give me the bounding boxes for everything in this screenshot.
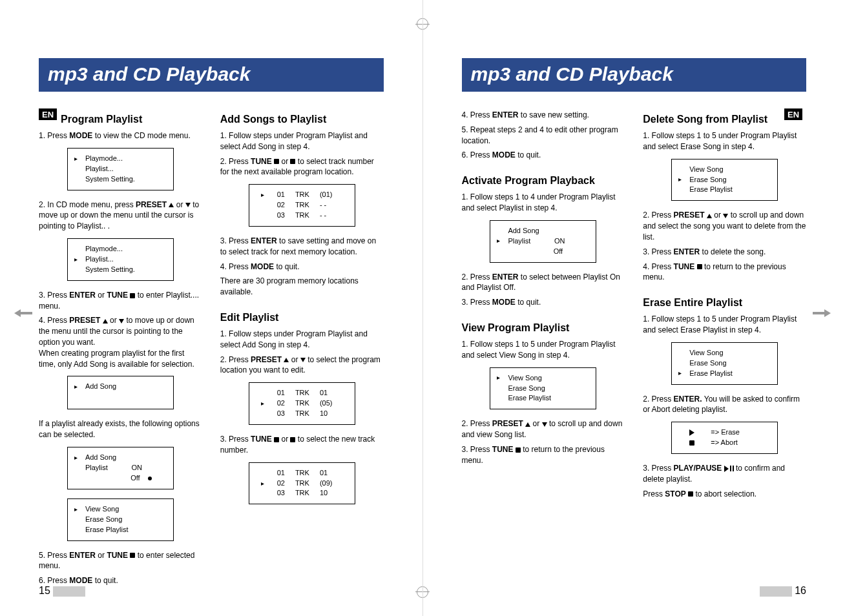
step-text: There are 30 program memory locations av… — [220, 276, 384, 298]
lcd-box: View Song Erase Song Erase Playlist — [67, 498, 174, 541]
step-text: 3. Press MODE to quit. — [462, 297, 625, 308]
down-icon — [119, 319, 124, 323]
page-title: mp3 and CD Playback — [39, 58, 384, 92]
lcd-box: Add Song Playlist ON Off — [490, 220, 596, 263]
step-text: 2. Press ENTER. You will be asked to con… — [643, 394, 806, 416]
lang-badge: EN — [784, 108, 802, 120]
lcd-box: Add Song — [67, 376, 174, 409]
cursor-icon — [74, 255, 80, 265]
step-text: 2. Press PRESET or to scroll up and down… — [643, 210, 806, 242]
step-text: 4. Press PRESET or to move up or down th… — [39, 315, 202, 369]
lcd-box: View Song Erase Song Erase Playlist — [490, 367, 596, 410]
lcd-box: Playmode... Playlist... System Setting. — [67, 238, 174, 281]
heading-edit-playlist: Edit Playlist — [220, 312, 384, 323]
up-icon — [103, 319, 108, 323]
step-text: 1. Follow steps 1 to 5 under Program Pla… — [462, 339, 625, 361]
column-delete-erase: Delete Song from Playlist EN 1. Follow s… — [643, 110, 806, 503]
column-program-playlist: EN Program Playlist 1. Press MODE to vie… — [39, 110, 202, 590]
step-text: 3. Press ENTER to save setting and move … — [220, 236, 384, 258]
gutter-box — [760, 586, 792, 597]
cursor-icon — [74, 453, 80, 463]
step-text: 3. Press TUNE to return to the previous … — [462, 444, 625, 466]
step-text: 3. Press ENTER to delete the song. — [643, 247, 806, 258]
lang-badge: EN — [39, 108, 57, 120]
up-icon — [525, 422, 530, 427]
down-icon — [185, 203, 191, 207]
step-text: 1. Follow steps 1 to 5 under Program Pla… — [643, 314, 806, 336]
column-activate-view: 4. Press ENTER to save new setting. 5. R… — [462, 110, 625, 503]
cursor-icon — [74, 382, 80, 392]
step-text: 1. Follow steps 1 to 5 under Program Pla… — [643, 130, 806, 152]
step-text: 4. Press TUNE to return to the previous … — [643, 262, 806, 283]
lcd-box: View Song Erase Song Erase Playlist — [671, 159, 778, 201]
page-16: mp3 and CD Playback 4. Press ENTER to sa… — [423, 0, 846, 616]
selected-dot-icon — [148, 477, 152, 480]
cursor-icon — [74, 154, 80, 164]
step-text: 3. Press ENTER or TUNE to enter Playlist… — [39, 290, 202, 312]
step-text: 1. Press MODE to view the CD mode menu. — [39, 130, 202, 141]
page-15: mp3 and CD Playback EN Program Playlist … — [0, 0, 423, 616]
play-icon — [689, 429, 694, 436]
cursor-icon — [678, 369, 684, 378]
step-text: 5. Repeat steps 2 and 4 to edit other pr… — [462, 125, 625, 147]
stop-icon — [274, 159, 279, 164]
cursor-icon — [261, 190, 267, 200]
lcd-box: 01TRK01 02TRK(05) 03TRK10 — [249, 382, 355, 425]
up-icon — [169, 203, 174, 207]
step-text: 2. Press PRESET or to select the program… — [220, 354, 384, 376]
step-text: 4. Press ENTER to save new setting. — [462, 110, 625, 121]
page-number: 16 — [795, 585, 806, 597]
step-text: 1. Follow steps under Program Playlist a… — [220, 130, 384, 152]
step-text: 4. Press MODE to quit. — [220, 262, 384, 272]
lcd-box: => Erase => Abort — [671, 422, 778, 454]
step-text: 6. Press MODE to quit. — [462, 150, 625, 161]
cursor-icon — [261, 399, 267, 409]
cursor-icon — [497, 373, 503, 383]
heading-activate-playback: Activate Program Playback — [462, 175, 625, 187]
lcd-box: View Song Erase Song Erase Playlist — [671, 342, 778, 385]
play-pause-icon — [724, 466, 734, 472]
heading-add-songs: Add Songs to Playlist — [220, 114, 384, 125]
down-icon — [300, 358, 306, 362]
lcd-box: 01TRK01 02TRK(09) 03TRK10 — [249, 462, 355, 505]
down-icon — [542, 422, 547, 427]
down-icon — [723, 214, 728, 218]
step-text: 3. Press TUNE or to select the new track… — [220, 434, 384, 456]
up-icon — [284, 358, 289, 362]
step-text: 1. Follow steps under Program Playlist a… — [220, 329, 384, 351]
stop-icon — [688, 491, 693, 497]
heading-program-playlist: Program Playlist — [61, 114, 142, 125]
heading-view-playlist: View Program Playlist — [462, 322, 625, 334]
cursor-icon — [678, 175, 684, 185]
step-text: 5. Press ENTER or TUNE to enter selected… — [39, 550, 202, 572]
step-text: If a playlist already exists, the follow… — [39, 418, 202, 440]
step-text: 2. Press PRESET or to scroll up and down… — [462, 418, 625, 440]
step-text: Press STOP to abort selection. — [643, 489, 806, 500]
cursor-icon — [74, 505, 80, 515]
cursor-icon — [261, 479, 267, 489]
heading-delete-song: Delete Song from Playlist — [643, 114, 767, 125]
stop-icon — [290, 159, 295, 164]
step-text: 1. Follow steps 1 to 4 under Program Pla… — [462, 192, 625, 214]
stop-icon — [274, 437, 279, 442]
heading-erase-playlist: Erase Entire Playlist — [643, 297, 806, 309]
step-text: 6. Press MODE to quit. — [39, 575, 202, 586]
stop-icon — [689, 440, 694, 446]
page-number: 15 — [39, 585, 50, 597]
lcd-box: Playmode... Playlist... System Setting. — [67, 148, 174, 190]
stop-icon — [516, 447, 521, 453]
step-text: 2. Press ENTER to select between Playlis… — [462, 272, 625, 294]
gutter-box — [53, 586, 85, 597]
step-text: 2. In CD mode menu, press PRESET or or t… — [39, 200, 202, 232]
lcd-box: 01TRK(01) 02TRK- - 03TRK- - — [249, 184, 355, 227]
page-title: mp3 and CD Playback — [462, 58, 807, 92]
stop-icon — [697, 264, 702, 269]
cursor-icon — [497, 236, 503, 246]
up-icon — [707, 214, 712, 218]
column-add-edit: Add Songs to Playlist 1. Follow steps un… — [220, 110, 384, 590]
step-text: 3. Press PLAY/PAUSE to confirm and delet… — [643, 463, 806, 485]
lcd-box: Add Song Playlist ON Off — [67, 447, 174, 489]
step-text: 2. Press TUNE or to select track number … — [220, 156, 384, 178]
stop-icon — [290, 437, 295, 442]
